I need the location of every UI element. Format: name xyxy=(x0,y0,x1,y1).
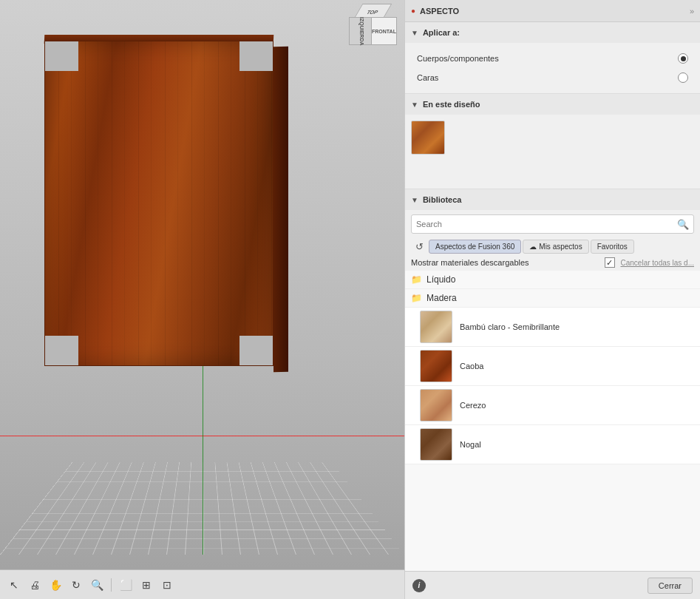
print-tool[interactable]: 🖨 xyxy=(27,577,43,593)
tab-fusion-aspects[interactable]: Aspectos de Fusion 360 xyxy=(429,240,521,254)
material-name-nogal: Nogal xyxy=(460,440,481,449)
view-mode-3[interactable]: ⊡ xyxy=(159,577,175,593)
in-design-section: ▼ En este diseño xyxy=(405,94,700,189)
category-madera-label: Madera xyxy=(427,293,457,303)
wood-face-right xyxy=(273,47,288,373)
refresh-button[interactable]: ↺ xyxy=(411,238,427,254)
close-button[interactable]: Cerrar xyxy=(648,578,693,594)
material-nogal[interactable]: Nogal xyxy=(405,425,700,464)
material-name-caoba: Caoba xyxy=(460,362,483,370)
panel-expand-arrows[interactable]: » xyxy=(690,7,694,16)
zoom-tool[interactable]: 🔍 xyxy=(89,577,105,593)
apply-to-content: Cuerpos/componentes Caras xyxy=(405,43,700,93)
search-icon: 🔍 xyxy=(677,219,689,230)
select-tool[interactable]: ↖ xyxy=(6,577,22,593)
in-design-section-title: En este diseño xyxy=(423,100,480,109)
in-design-content xyxy=(405,115,700,189)
nav-cube-right-face[interactable]: FRONTAL xyxy=(371,17,397,45)
show-materials-label: Mostrar materiales descargables xyxy=(411,258,529,267)
material-cerezo[interactable]: Cerezo xyxy=(405,386,700,425)
library-section-title: Biblioteca xyxy=(423,195,462,204)
material-thumb-bambu xyxy=(420,311,452,343)
view-mode-2[interactable]: ⊞ xyxy=(138,577,154,593)
in-design-section-header[interactable]: ▼ En este diseño xyxy=(405,94,700,115)
in-design-arrow-icon: ▼ xyxy=(411,101,418,109)
apply-faces-row[interactable]: Caras xyxy=(417,68,688,87)
notch-bottom-right xyxy=(239,336,273,365)
axis-y xyxy=(203,362,203,555)
apply-to-section-header[interactable]: ▼ Aplicar a: xyxy=(405,22,700,43)
notch-top-left xyxy=(45,41,78,71)
apply-faces-label: Caras xyxy=(417,73,438,82)
show-materials-checkbox[interactable]: ✓ xyxy=(605,257,615,268)
3d-model-panel xyxy=(44,41,281,373)
category-liquido[interactable]: 📁 Líquido xyxy=(405,271,700,289)
info-icon[interactable]: i xyxy=(412,579,426,592)
search-bar[interactable]: 🔍 xyxy=(411,214,694,234)
cancel-downloads-link[interactable]: Cancelar todas las d... xyxy=(621,259,695,267)
library-section-header[interactable]: ▼ Biblioteca xyxy=(405,189,700,210)
apply-to-arrow-icon: ▼ xyxy=(411,29,418,37)
apply-bodies-label: Cuerpos/componentes xyxy=(417,54,499,63)
cloud-icon: ☁ xyxy=(529,243,537,251)
apply-to-section: ▼ Aplicar a: Cuerpos/componentes Caras xyxy=(405,22,700,94)
apply-to-section-title: Aplicar a: xyxy=(423,28,460,37)
navigation-cube[interactable]: TOP IZQUIERDA FRONTAL xyxy=(349,4,401,55)
apply-faces-radio[interactable] xyxy=(678,72,688,83)
apply-bodies-radio[interactable] xyxy=(678,53,688,64)
material-bambu[interactable]: Bambú claro - Semibrillante xyxy=(405,308,700,347)
panel-title: ASPECTO xyxy=(420,7,685,16)
view-mode-1[interactable]: ⬜ xyxy=(118,577,134,593)
material-list[interactable]: 📁 Líquido 📁 Madera Bambú claro - Semibri… xyxy=(405,271,700,571)
category-madera[interactable]: 📁 Madera xyxy=(405,289,700,308)
3d-viewport[interactable]: TOP IZQUIERDA FRONTAL ↖ 🖨 ✋ ↻ 🔍 ⬜ ⊞ ⊡ xyxy=(0,0,404,599)
tab-my-aspects[interactable]: ☁ Mis aspectos xyxy=(523,240,588,254)
wood-face-front xyxy=(44,41,273,366)
material-caoba[interactable]: Caoba xyxy=(405,347,700,386)
current-material-thumb[interactable] xyxy=(411,121,445,155)
material-thumb-nogal xyxy=(420,428,452,461)
panel-header: ● ASPECTO » xyxy=(405,0,700,22)
search-input[interactable] xyxy=(416,220,677,229)
material-thumb-cerezo xyxy=(420,389,452,422)
panel-footer: i Cerrar xyxy=(405,571,700,599)
toolbar-separator-1 xyxy=(111,578,112,592)
bottom-toolbar: ↖ 🖨 ✋ ↻ 🔍 ⬜ ⊞ ⊡ xyxy=(0,569,404,599)
library-section: ▼ Biblioteca 🔍 ↺ Aspectos de Fusion 360 … xyxy=(405,189,700,571)
library-arrow-icon: ▼ xyxy=(411,196,418,204)
right-panel: ● ASPECTO » ▼ Aplicar a: Cuerpos/compone… xyxy=(404,0,700,599)
material-name-cerezo: Cerezo xyxy=(460,401,486,410)
folder-icon: 📁 xyxy=(411,293,422,303)
library-tabs: ↺ Aspectos de Fusion 360 ☁ Mis aspectos … xyxy=(405,238,700,254)
material-thumb-caoba xyxy=(420,350,452,382)
show-materials-row: Mostrar materiales descargables ✓ Cancel… xyxy=(405,257,700,271)
panel-dot-icon: ● xyxy=(411,7,415,15)
pan-tool[interactable]: ✋ xyxy=(47,577,64,593)
notch-top-right xyxy=(239,41,273,71)
apply-bodies-radio-dot xyxy=(681,56,686,61)
folder-icon: 📁 xyxy=(411,274,422,285)
category-liquido-label: Líquido xyxy=(427,274,455,285)
notch-bottom-left xyxy=(45,336,78,365)
tab-favorites[interactable]: Favoritos xyxy=(591,240,634,254)
apply-bodies-row[interactable]: Cuerpos/componentes xyxy=(417,49,688,68)
orbit-tool[interactable]: ↻ xyxy=(68,577,84,593)
material-name-bambu: Bambú claro - Semibrillante xyxy=(460,322,560,331)
